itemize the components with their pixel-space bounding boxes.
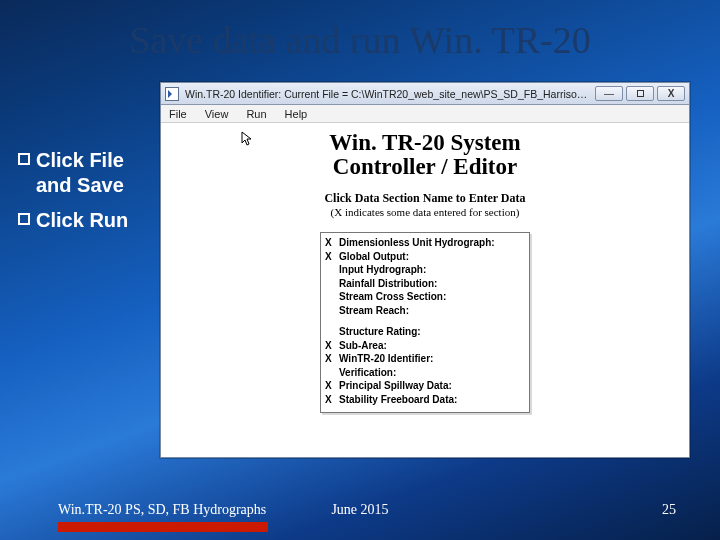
- maximize-icon: [637, 90, 644, 97]
- window-controls: — X: [595, 86, 685, 101]
- app-subheading: Click Data Section Name to Enter Data: [171, 191, 679, 206]
- list-item[interactable]: Structure Rating:: [325, 325, 525, 339]
- list-item[interactable]: Stream Reach:: [325, 304, 525, 318]
- maximize-button[interactable]: [626, 86, 654, 101]
- slide: Save data and run Win. TR-20 Click File …: [0, 0, 720, 540]
- menu-bar: File View Run Help: [161, 105, 689, 123]
- app-body: Win. TR-20 System Controller / Editor Cl…: [161, 123, 689, 457]
- list-item[interactable]: XPrincipal Spillway Data:: [325, 379, 525, 393]
- footer-center: June 2015: [331, 502, 388, 518]
- slide-title: Save data and run Win. TR-20: [0, 18, 720, 62]
- close-button[interactable]: X: [657, 86, 685, 101]
- data-section-panel: XDimensionless Unit Hydrograph: XGlobal …: [320, 232, 530, 413]
- accent-strip: [58, 522, 268, 532]
- bullet-item: Click File and Save: [18, 148, 128, 198]
- window-title: Win.TR-20 Identifier: Current File = C:\…: [185, 88, 589, 100]
- app-subheading-note: (X indicates some data entered for secti…: [171, 206, 679, 218]
- menu-file[interactable]: File: [169, 108, 187, 120]
- close-icon: X: [668, 88, 675, 99]
- bullet-list: Click File and Save Click Run: [18, 148, 128, 243]
- slide-number: 25: [662, 502, 676, 518]
- bullet-square-icon: [18, 153, 30, 165]
- menu-run[interactable]: Run: [246, 108, 266, 120]
- footer-left: Win.TR-20 PS, SD, FB Hydrographs: [58, 502, 266, 518]
- menu-view[interactable]: View: [205, 108, 229, 120]
- list-item[interactable]: Stream Cross Section:: [325, 290, 525, 304]
- list-item[interactable]: XWinTR-20 Identifier:: [325, 352, 525, 366]
- list-item[interactable]: Verification:: [325, 366, 525, 380]
- list-item[interactable]: XDimensionless Unit Hydrograph:: [325, 236, 525, 250]
- window-titlebar[interactable]: Win.TR-20 Identifier: Current File = C:\…: [161, 83, 689, 105]
- list-item[interactable]: Rainfall Distribution:: [325, 277, 525, 291]
- bullet-text: Click Run: [36, 208, 128, 233]
- minimize-icon: —: [604, 88, 614, 99]
- app-icon: [165, 87, 179, 101]
- bullet-square-icon: [18, 213, 30, 225]
- bullet-item: Click Run: [18, 208, 128, 233]
- list-item[interactable]: Input Hydrograph:: [325, 263, 525, 277]
- list-item[interactable]: XGlobal Output:: [325, 250, 525, 264]
- minimize-button[interactable]: —: [595, 86, 623, 101]
- bullet-text: Click File and Save: [36, 148, 124, 198]
- list-item[interactable]: XStability Freeboard Data:: [325, 393, 525, 407]
- menu-help[interactable]: Help: [285, 108, 308, 120]
- list-item[interactable]: XSub-Area:: [325, 339, 525, 353]
- app-heading: Win. TR-20 System Controller / Editor: [171, 131, 679, 179]
- app-window: Win.TR-20 Identifier: Current File = C:\…: [160, 82, 690, 458]
